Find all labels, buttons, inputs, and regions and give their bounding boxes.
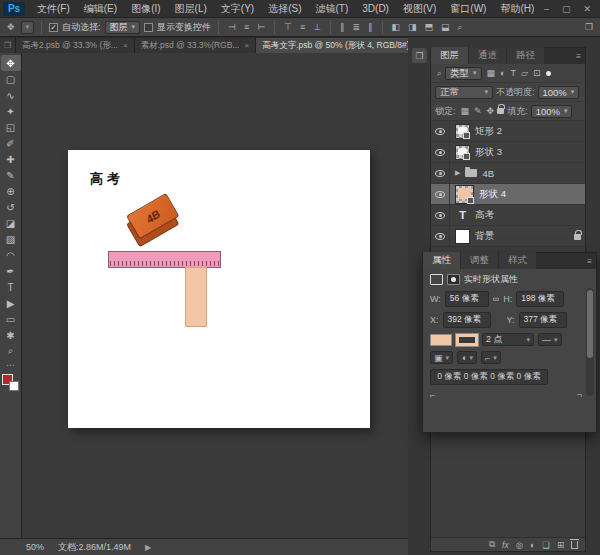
visibility-toggle[interactable] [431, 163, 450, 183]
shape-tool[interactable]: ▭ [1, 311, 21, 327]
filter-shape-icon[interactable]: ▱ [521, 68, 528, 78]
close-tab-icon[interactable]: × [244, 41, 249, 50]
visibility-toggle[interactable] [431, 142, 450, 162]
panel-menu-icon[interactable]: ≡ [587, 257, 596, 269]
filter-adjustment-icon[interactable]: ◐ [500, 68, 505, 78]
align-center-h-icon[interactable]: ≡ [242, 22, 251, 32]
panel-menu-icon[interactable]: ≡ [576, 52, 585, 64]
marquee-tool[interactable]: ▢ [1, 71, 21, 87]
menu-layer[interactable]: 图层(L) [168, 0, 214, 17]
group-collapse-caret-icon[interactable]: ▶ [455, 169, 460, 177]
workspace-switcher-icon[interactable]: ❐ [583, 22, 595, 32]
gradient-tool[interactable]: ▨ [1, 231, 21, 247]
width-field[interactable]: 56 像素 [445, 291, 489, 307]
filter-text-icon[interactable]: T [511, 68, 517, 78]
pen-tool[interactable]: ✒ [1, 263, 21, 279]
close-button[interactable]: ✕ [583, 4, 591, 14]
background-color-swatch[interactable] [9, 381, 19, 391]
eraser-tool[interactable]: ◪ [1, 215, 21, 231]
menu-type[interactable]: 文字(Y) [214, 0, 261, 17]
collapsed-panel-icon[interactable]: ❐ [412, 48, 427, 63]
document-tab-1[interactable]: 高考2.psb @ 33.3% (形... × [16, 38, 135, 53]
lock-all-icon[interactable] [497, 108, 504, 114]
properties-scrollbar[interactable] [586, 288, 594, 396]
tab-styles[interactable]: 样式 [499, 252, 536, 269]
align-left-icon[interactable]: ⊣ [226, 22, 238, 32]
path-selection-tool[interactable]: ▶ [1, 295, 21, 311]
close-tab-icon[interactable]: × [123, 41, 128, 50]
layer-row-rectangle-2[interactable]: 矩形 2 [431, 121, 585, 142]
link-layers-icon[interactable]: ⧉ [489, 539, 495, 550]
menu-image[interactable]: 图像(I) [124, 0, 167, 17]
menu-file[interactable]: 文件(F) [30, 0, 77, 17]
height-field[interactable]: 198 像素 [516, 291, 564, 307]
mask-properties-icon[interactable] [447, 274, 460, 285]
brush-tool[interactable]: ✎ [1, 167, 21, 183]
layer-row-background[interactable]: 背景 [431, 226, 585, 247]
visibility-toggle[interactable] [431, 121, 450, 141]
history-brush-tool[interactable]: ↺ [1, 199, 21, 215]
lock-paint-icon[interactable]: ✎ [474, 106, 482, 116]
stroke-corner-dropdown[interactable]: ⌐ ▾ [481, 351, 501, 364]
stroke-align-dropdown[interactable]: ▣ ▾ [430, 351, 453, 364]
align-top-icon[interactable]: ⊤ [282, 22, 294, 32]
visibility-toggle[interactable] [431, 226, 450, 246]
link-dimensions-icon[interactable]: ∞ [493, 294, 499, 304]
dodge-tool[interactable]: ◠ [1, 247, 21, 263]
menu-help[interactable]: 帮助(H) [493, 0, 541, 17]
layer-row-shape-4-selected[interactable]: 形状 4 [431, 184, 585, 205]
lock-position-icon[interactable]: ✥ [487, 106, 495, 116]
tab-adjustments[interactable]: 调整 [461, 252, 498, 269]
lock-transparent-icon[interactable]: ▦ [461, 106, 470, 116]
lasso-tool[interactable]: ∿ [1, 87, 21, 103]
auto-select-checkbox[interactable]: ✓ [49, 23, 58, 32]
corner-top-right-icon[interactable]: ¬ [577, 390, 582, 400]
x-field[interactable]: 392 像素 [443, 312, 491, 328]
menu-view[interactable]: 视图(V) [396, 0, 443, 17]
minimize-button[interactable]: – [544, 4, 549, 14]
filter-pixel-icon[interactable]: ▦ [487, 68, 496, 78]
stroke-width-dropdown[interactable]: 2 点 ▾ [482, 333, 534, 346]
add-mask-icon[interactable]: ◎ [516, 540, 523, 550]
layer-row-group-4b[interactable]: ▶ 4B [431, 163, 585, 184]
stroke-style-dropdown[interactable]: — ▾ [538, 333, 562, 346]
corner-top-left-icon[interactable]: ⌐ [430, 390, 435, 400]
stroke-cap-dropdown[interactable]: ◖ ▾ [457, 351, 477, 364]
3d-mode-icon-4[interactable]: ⬓ [439, 22, 452, 32]
filter-toggle-icon[interactable] [546, 71, 551, 76]
menu-3d[interactable]: 3D(D) [355, 0, 396, 17]
blend-mode-dropdown[interactable]: 正常 ▾ [435, 86, 493, 99]
show-transform-checkbox[interactable] [144, 23, 153, 32]
distribute-v-icon[interactable]: ≣ [351, 22, 363, 32]
document-tab-3-active[interactable]: 高考文字.psb @ 50% (形状 4, RGB/8#) * × [256, 38, 432, 53]
tab-channels[interactable]: 通道 [469, 47, 506, 64]
clone-stamp-tool[interactable]: ⊕ [1, 183, 21, 199]
filter-type-dropdown[interactable]: 类型 ▾ [445, 67, 482, 80]
tab-paths[interactable]: 路径 [507, 47, 544, 64]
menu-filter[interactable]: 滤镜(T) [309, 0, 356, 17]
eyedropper-tool[interactable]: ✐ [1, 135, 21, 151]
type-tool[interactable]: T [1, 279, 21, 295]
y-field[interactable]: 377 像素 [519, 312, 567, 328]
layer-style-fx-icon[interactable]: fx [502, 540, 509, 550]
maximize-button[interactable]: ▢ [562, 4, 571, 14]
corner-radii-field[interactable]: 0 像素 0 像素 0 像素 0 像素 [430, 369, 548, 385]
new-group-icon[interactable]: ❑ [542, 540, 550, 550]
distribute-center-icon[interactable]: ∥ [366, 22, 375, 32]
tab-layers[interactable]: 图层 [431, 47, 468, 64]
healing-brush-tool[interactable]: ✚ [1, 151, 21, 167]
crop-tool[interactable]: ◱ [1, 119, 21, 135]
auto-select-target-dropdown[interactable]: 图层 ▾ [105, 21, 141, 34]
zoom-tool[interactable]: ⌕ [1, 343, 21, 359]
3d-zoom-icon[interactable]: ⌕ [456, 22, 465, 33]
zoom-level-field[interactable]: 50% [26, 542, 44, 552]
visibility-toggle[interactable] [431, 205, 450, 225]
menu-window[interactable]: 窗口(W) [443, 0, 493, 17]
toolbar-overflow-icon[interactable]: ⋯ [6, 360, 15, 370]
move-tool[interactable]: ✥ [1, 55, 21, 71]
menu-edit[interactable]: 编辑(E) [77, 0, 124, 17]
document-canvas[interactable]: 高考 4B [68, 150, 370, 428]
align-right-icon[interactable]: ⊢ [255, 22, 267, 32]
tab-properties[interactable]: 属性 [423, 252, 460, 269]
status-expand-icon[interactable]: ▶ [145, 543, 151, 552]
